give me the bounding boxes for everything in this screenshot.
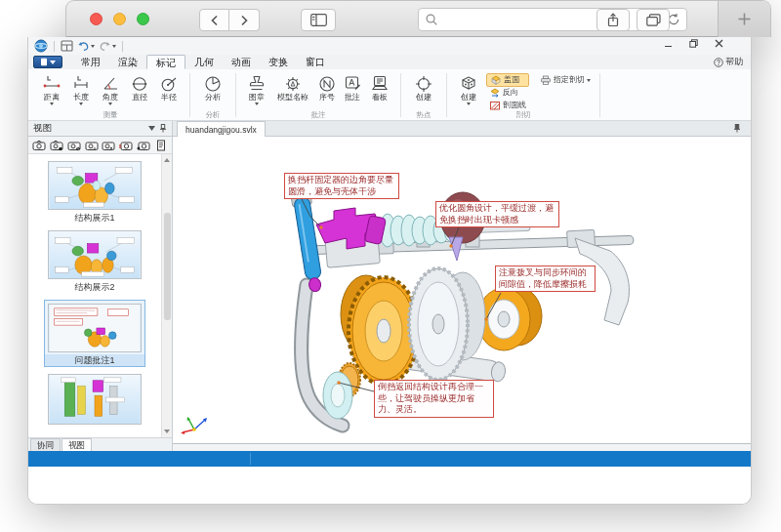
model-name-button[interactable]: 模型名称	[271, 72, 314, 102]
back-button[interactable]	[199, 9, 229, 31]
panel-dropdown-icon[interactable]	[148, 126, 155, 131]
panel-tab-view[interactable]: 视图	[62, 438, 92, 451]
analysis-button[interactable]: 分析	[196, 72, 229, 102]
camera-tool-3[interactable]	[66, 138, 82, 152]
tab-common[interactable]: 常用	[72, 55, 109, 69]
divider	[400, 73, 401, 117]
panel-pin-icon[interactable]	[159, 124, 167, 133]
redo-dropdown-caret[interactable]	[112, 45, 116, 48]
annotation-button[interactable]: 批注	[340, 72, 365, 102]
undo-button[interactable]	[77, 40, 95, 52]
app-menu-file-icon	[40, 58, 48, 66]
annotation-note-4[interactable]: 倒挡返回结构设计再合理一些，让驾驶员操纵更加省力、灵活。	[374, 380, 494, 418]
camera-tool-6[interactable]	[118, 138, 134, 152]
section-create-button[interactable]: 创建	[453, 72, 484, 105]
board-icon	[370, 73, 390, 93]
serial-number-icon	[317, 73, 337, 93]
stamp-button[interactable]: 图章	[242, 72, 271, 105]
camera-tool-7[interactable]	[136, 138, 151, 152]
tab-markup[interactable]: 标记	[146, 55, 185, 69]
view-thumbnail-structure-1[interactable]: 结构展示1	[44, 161, 145, 224]
share-button[interactable]	[596, 9, 630, 31]
hatch-line-option[interactable]: 剖面线	[486, 100, 529, 111]
close-window-button[interactable]	[90, 13, 103, 25]
group-section: 创建 盖面	[448, 70, 598, 120]
panel-tab-collaboration[interactable]: 协同	[30, 438, 61, 451]
app-menu-button[interactable]	[33, 56, 62, 68]
search-input[interactable]	[438, 14, 667, 25]
radius-button[interactable]: 半径	[154, 72, 184, 102]
stamp-dropdown-caret[interactable]	[255, 102, 259, 105]
group-measure: 距离 长度 角度	[32, 70, 188, 120]
window-footer	[28, 467, 751, 505]
annotation-note-1[interactable]: 换挡杆固定器的边角要尽量圆滑，避免与壳体干涉	[284, 173, 399, 199]
app-window: 常用 渲染 标记 几何 动画 变换 窗口 帮助	[0, 0, 781, 532]
length-button[interactable]: 长度	[66, 72, 96, 105]
thumbnail-image	[48, 304, 142, 352]
tab-animation[interactable]: 动画	[223, 55, 260, 69]
ribbon-tab-row: 常用 渲染 标记 几何 动画 变换 窗口 帮助	[28, 55, 751, 69]
length-icon	[71, 73, 91, 93]
distance-dropdown-caret[interactable]	[50, 102, 54, 105]
tab-window[interactable]: 窗口	[297, 55, 334, 69]
undo-dropdown-caret[interactable]	[91, 45, 95, 48]
close-app-icon[interactable]	[715, 39, 723, 48]
minimize-app-icon[interactable]	[664, 39, 673, 48]
scrollbar-thumb[interactable]	[164, 213, 171, 320]
ribbon-toolbar: 距离 长度 角度	[28, 69, 751, 121]
length-dropdown-caret[interactable]	[79, 102, 83, 105]
tab-transform[interactable]: 变换	[260, 55, 297, 69]
diameter-button[interactable]: 直径	[125, 72, 154, 102]
forward-button[interactable]	[229, 9, 260, 31]
new-tab-button[interactable]	[718, 1, 770, 37]
view-thumbnail-problem-annotation[interactable]: 问题批注1	[44, 300, 145, 367]
thumbnail-image	[48, 230, 142, 279]
document-tab[interactable]: huandangjigou.svlx	[177, 121, 266, 137]
scroll-up-icon[interactable]	[164, 158, 170, 162]
view-panel: 结构展示1	[28, 137, 173, 451]
board-button[interactable]: 看板	[365, 72, 394, 102]
tabbar-pin-button[interactable]	[733, 124, 741, 133]
section-create-dropdown-caret[interactable]	[467, 102, 471, 105]
view-thumbnail-4[interactable]	[44, 374, 145, 425]
scroll-down-icon[interactable]	[164, 430, 170, 433]
reverse-option[interactable]: 反向	[486, 87, 529, 99]
thumbnail-label: 结构展示2	[44, 281, 145, 293]
angle-button[interactable]: 角度	[96, 72, 125, 105]
minimize-window-button[interactable]	[113, 13, 126, 25]
sidebar-toggle-button[interactable]	[301, 9, 336, 31]
view-thumbnail-structure-2[interactable]: 结构展示2	[44, 230, 145, 293]
panel-scrollbar[interactable]	[161, 154, 172, 437]
specify-section-button[interactable]: 指定剖切	[537, 74, 594, 86]
divider	[122, 41, 123, 52]
camera-icon	[119, 140, 133, 151]
coordinate-triad	[181, 417, 207, 434]
camera-tool-1[interactable]	[31, 138, 47, 152]
redo-button[interactable]	[99, 40, 116, 52]
view-capture-button[interactable]	[61, 40, 73, 52]
angle-dropdown-caret[interactable]	[108, 102, 112, 105]
tab-geometry[interactable]: 几何	[185, 55, 223, 69]
hotspot-create-button[interactable]: 创建	[407, 72, 440, 102]
serial-number-button[interactable]: 序号	[314, 72, 340, 102]
browser-chrome	[65, 0, 771, 37]
annotation-note-3[interactable]: 注意拨叉与同步环间的间隙值，降低摩擦损耗	[495, 266, 596, 292]
radius-icon	[159, 73, 179, 93]
cad-application: 常用 渲染 标记 几何 动画 变换 窗口 帮助	[27, 37, 752, 505]
help-button[interactable]: 帮助	[714, 56, 743, 68]
cap-face-option[interactable]: 盖面	[486, 73, 529, 87]
model-viewport[interactable]: 换挡杆固定器的边角要尽量圆滑，避免与壳体干涉 优化圆角设计，平缓过渡，避免换挡时…	[173, 137, 751, 444]
camera-tool-5[interactable]	[102, 138, 117, 152]
camera-tool-2[interactable]	[49, 138, 64, 152]
zoom-window-button[interactable]	[137, 13, 149, 25]
specify-section-caret[interactable]	[587, 79, 591, 82]
divider	[599, 73, 600, 117]
status-bar-divider	[250, 453, 251, 465]
camera-tool-4[interactable]	[84, 138, 100, 152]
tab-render[interactable]: 渲染	[109, 55, 146, 69]
restore-app-icon[interactable]	[689, 39, 698, 48]
distance-button[interactable]: 距离	[37, 72, 66, 105]
annotation-note-2[interactable]: 优化圆角设计，平缓过渡，避免换挡时出现卡顿感	[435, 201, 559, 227]
show-tabs-button[interactable]	[637, 9, 670, 31]
camera-tool-8[interactable]	[153, 138, 169, 152]
